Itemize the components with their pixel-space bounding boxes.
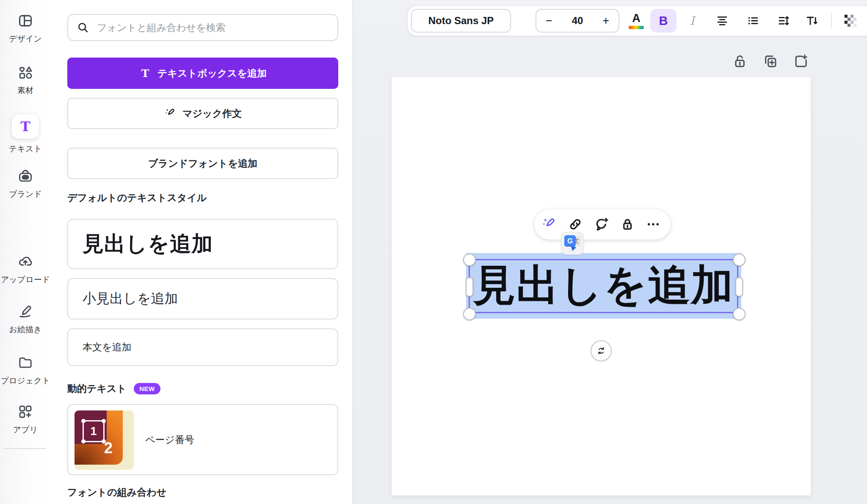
- text-panel: T テキストボックスを追加 マジック作文 ブランドフォントを追加 デフォルトのテ…: [51, 0, 353, 504]
- elements-icon: [17, 64, 33, 80]
- add-page-icon: [792, 53, 809, 70]
- sidebar-item-apps[interactable]: アプリ: [0, 404, 51, 435]
- subheading-style-card[interactable]: 小見出しを追加: [67, 278, 338, 319]
- page-number-card[interactable]: 2 1 ページ番号: [67, 404, 338, 475]
- sidebar-item-label: アプリ: [13, 424, 38, 435]
- sidebar-item-elements[interactable]: 素材: [0, 64, 51, 96]
- rail-divider: [4, 448, 46, 449]
- rotate-icon: [596, 345, 607, 356]
- add-brand-font-label: ブランドフォントを追加: [148, 157, 257, 170]
- resize-handle-left[interactable]: [466, 277, 473, 297]
- draw-icon: [17, 303, 33, 319]
- duplicate-page-button[interactable]: [761, 52, 780, 71]
- resize-handle-bottom-left[interactable]: [463, 308, 476, 320]
- rotate-handle[interactable]: [591, 340, 612, 361]
- magic-edit-icon: [541, 216, 557, 232]
- add-textbox-button[interactable]: T テキストボックスを追加: [67, 58, 338, 89]
- text-color-button[interactable]: A: [627, 9, 646, 33]
- design-icon: [17, 13, 33, 29]
- svg-text:T: T: [141, 67, 149, 80]
- font-size-stepper: − 40 +: [536, 9, 619, 33]
- thumbnail-selection-frame: 1: [83, 420, 105, 442]
- toolbar-divider: [831, 13, 832, 28]
- sidebar-item-uploads[interactable]: アップロード: [0, 253, 51, 285]
- font-family-value: Noto Sans JP: [428, 15, 494, 27]
- google-translate-badge[interactable]: 文 G: [561, 232, 584, 255]
- upload-icon: [17, 253, 33, 270]
- resize-handle-right[interactable]: [735, 277, 743, 297]
- font-size-value[interactable]: 40: [572, 15, 583, 27]
- textbox-bounding-box[interactable]: [469, 259, 738, 313]
- resize-handle-top-right[interactable]: [733, 253, 746, 266]
- sidebar-item-label: テキスト: [9, 143, 42, 154]
- text-color-icon: A: [632, 13, 641, 24]
- decrease-font-size-button[interactable]: −: [546, 14, 552, 28]
- subheading-style-label: 小見出しを追加: [83, 289, 178, 308]
- page-number-label: ページ番号: [145, 405, 194, 474]
- sidebar-item-design[interactable]: デザイン: [0, 13, 51, 44]
- bullet-list-button[interactable]: [743, 9, 763, 33]
- duplicate-page-icon: [762, 53, 779, 70]
- font-combinations-heading: フォントの組み合わせ: [67, 486, 166, 499]
- active-tab-tile: T: [12, 114, 39, 139]
- add-comment-icon: [594, 216, 610, 232]
- dynamic-text-heading: 動的テキスト: [67, 382, 127, 395]
- new-badge: NEW: [134, 383, 160, 394]
- text-direction-button[interactable]: [801, 9, 822, 33]
- link-button[interactable]: [566, 215, 585, 234]
- thumbnail-page-1: 1: [84, 421, 103, 441]
- dynamic-text-row: 動的テキスト NEW: [67, 382, 160, 395]
- transparency-button[interactable]: [838, 9, 863, 33]
- editor-stage: Noto Sans JP − 40 + A B I: [352, 0, 867, 504]
- sidebar-item-label: プロジェクト: [1, 375, 50, 386]
- italic-button[interactable]: I: [682, 9, 702, 33]
- sidebar-rail: デザイン 素材 T テキスト: [0, 0, 51, 504]
- sidebar-item-brand[interactable]: ブランド: [0, 168, 51, 200]
- search-input[interactable]: [96, 22, 337, 34]
- resize-handle-bottom-right[interactable]: [733, 308, 746, 320]
- textbox-icon: T: [139, 67, 152, 80]
- heading-style-label: 見出しを追加: [83, 230, 213, 258]
- projects-icon: [17, 355, 33, 371]
- canva-editor: デザイン 素材 T テキスト: [0, 0, 867, 504]
- more-options-button[interactable]: [644, 215, 663, 234]
- default-styles-heading: デフォルトのテキストスタイル: [67, 191, 207, 204]
- sidebar-item-label: デザイン: [9, 33, 42, 44]
- text-icon: T: [18, 119, 33, 134]
- text-toolbar: Noto Sans JP − 40 + A B I: [407, 6, 867, 36]
- font-family-selector[interactable]: Noto Sans JP: [411, 9, 511, 33]
- font-search-box[interactable]: [67, 14, 338, 41]
- transparency-icon: [842, 13, 859, 29]
- magic-write-button[interactable]: マジック作文: [67, 98, 338, 129]
- align-center-icon: [715, 14, 729, 28]
- sidebar-item-text[interactable]: T テキスト: [0, 114, 51, 154]
- apps-icon: [17, 404, 33, 420]
- text-align-button[interactable]: [712, 9, 732, 33]
- italic-icon: I: [690, 14, 694, 28]
- unlock-page-button[interactable]: [730, 52, 750, 71]
- magic-write-icon: [164, 107, 177, 120]
- bold-button[interactable]: B: [650, 9, 676, 33]
- add-page-button[interactable]: [791, 52, 811, 71]
- add-brand-font-button[interactable]: ブランドフォントを追加: [67, 148, 338, 179]
- translate-tail: [569, 245, 577, 252]
- lock-button[interactable]: [618, 215, 637, 234]
- text-direction-icon: [805, 14, 818, 28]
- sidebar-item-draw[interactable]: お絵描き: [0, 303, 51, 335]
- add-comment-button[interactable]: [592, 215, 611, 234]
- rainbow-underline: [629, 26, 644, 29]
- sidebar-item-label: ブランド: [9, 189, 42, 200]
- body-style-label: 本文を追加: [83, 341, 132, 354]
- increase-font-size-button[interactable]: +: [602, 14, 609, 28]
- heading-style-card[interactable]: 見出しを追加: [67, 219, 338, 269]
- line-spacing-button[interactable]: [773, 9, 794, 33]
- unlock-icon: [732, 53, 748, 70]
- google-translate-icon: G: [564, 235, 576, 247]
- magic-edit-button[interactable]: [540, 215, 558, 234]
- sidebar-item-projects[interactable]: プロジェクト: [0, 355, 51, 386]
- body-style-card[interactable]: 本文を追加: [67, 328, 338, 366]
- lock-icon: [619, 216, 635, 232]
- resize-handle-top-left[interactable]: [463, 253, 476, 266]
- selection-toolbar: [534, 209, 671, 240]
- page-actions: [730, 52, 811, 71]
